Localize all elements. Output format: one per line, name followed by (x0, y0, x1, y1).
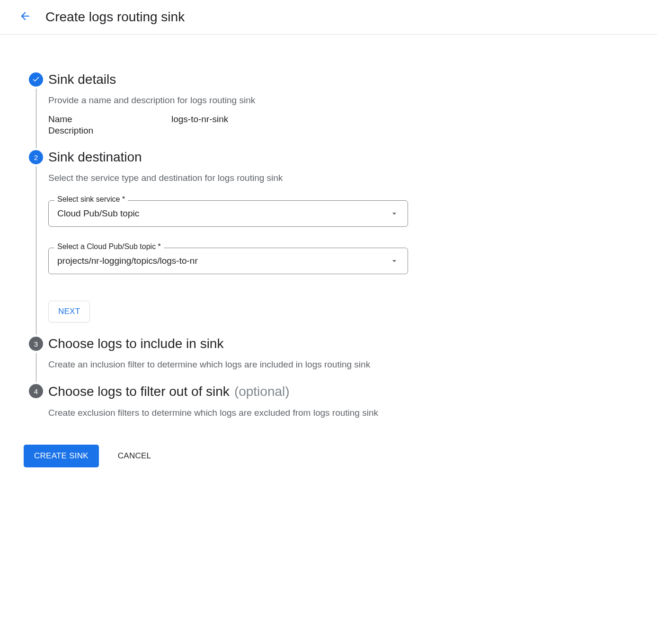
step-description: Create exclusion filters to determine wh… (48, 408, 497, 418)
back-arrow-button[interactable] (19, 10, 31, 24)
cancel-button[interactable]: CANCEL (118, 451, 151, 461)
name-label: Name (48, 114, 171, 125)
step-description: Select the service type and destination … (48, 173, 497, 183)
sink-service-select[interactable]: Select sink service * Cloud Pub/Sub topi… (48, 200, 408, 227)
step-description: Create an inclusion filter to determine … (48, 359, 497, 370)
step-number-badge: 4 (29, 384, 43, 398)
name-value: logs-to-nr-sink (171, 114, 228, 125)
field-label: Select a Cloud Pub/Sub topic * (54, 242, 164, 251)
arrow-left-icon (19, 10, 31, 24)
field-value: projects/nr-logging/topics/logs-to-nr (57, 256, 198, 266)
step-include-logs: 3 Choose logs to include in sink Create … (24, 337, 497, 384)
step-indicator: 4 (24, 384, 48, 432)
step-indicator: 3 (24, 337, 48, 384)
step-connector (36, 166, 36, 335)
step-indicator: 2 (24, 150, 48, 337)
pubsub-topic-select[interactable]: Select a Cloud Pub/Sub topic * projects/… (48, 248, 408, 274)
step-description: Provide a name and description for logs … (48, 95, 497, 106)
step-connector (36, 89, 36, 148)
step-title: Sink destination (48, 150, 497, 164)
step-complete-badge (29, 72, 43, 87)
field-value: Cloud Pub/Sub topic (57, 208, 139, 219)
step-title: Choose logs to filter out of sink (48, 385, 230, 399)
step-number-badge: 3 (29, 337, 43, 351)
step-filter-logs: 4 Choose logs to filter out of sink (opt… (24, 384, 497, 432)
step-sink-details: Sink details Provide a name and descript… (24, 72, 497, 150)
step-title: Sink details (48, 72, 497, 87)
next-button[interactable]: NEXT (48, 301, 90, 322)
summary-desc-row: Description (48, 125, 497, 136)
field-label: Select sink service * (54, 195, 128, 204)
action-buttons: CREATE SINK CANCEL (24, 445, 497, 467)
step-optional-tag: (optional) (234, 384, 290, 399)
step-title: Choose logs to include in sink (48, 337, 497, 351)
step-indicator (24, 72, 48, 150)
step-connector (36, 353, 36, 382)
chevron-down-icon (390, 209, 399, 218)
page-title: Create logs routing sink (45, 9, 185, 25)
top-bar: Create logs routing sink (0, 0, 657, 35)
step-number-badge: 2 (29, 150, 43, 164)
wizard-content: Sink details Provide a name and descript… (0, 35, 521, 486)
description-label: Description (48, 125, 171, 136)
chevron-down-icon (390, 256, 399, 266)
summary-name-row: Name logs-to-nr-sink (48, 114, 497, 125)
create-sink-button[interactable]: CREATE SINK (24, 445, 99, 467)
check-icon (32, 75, 40, 85)
step-sink-destination: 2 Sink destination Select the service ty… (24, 150, 497, 337)
